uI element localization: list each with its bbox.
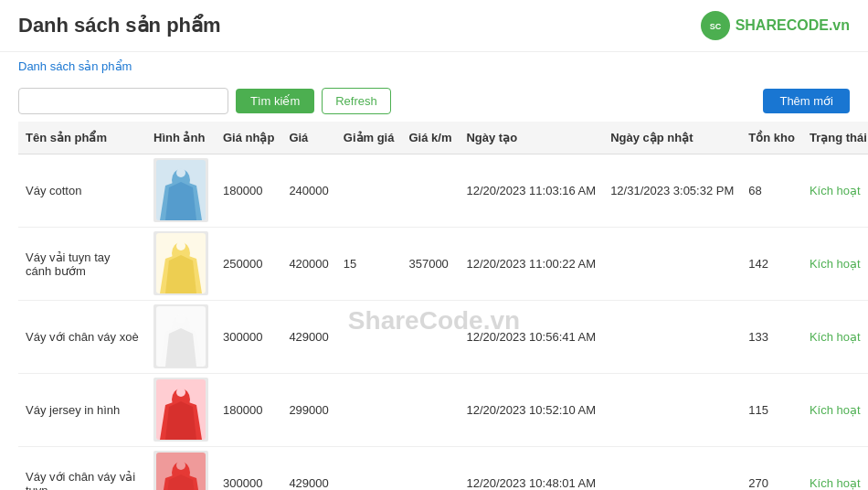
table-row: Váy jersey in hình 180000 299000 12/20/2… — [18, 374, 868, 447]
cell-discount: 15 — [336, 228, 402, 301]
cell-image — [146, 154, 216, 228]
svg-marker-17 — [165, 255, 196, 293]
cell-stock: 68 — [741, 154, 802, 228]
cell-discount — [336, 447, 402, 491]
cell-updated — [603, 374, 741, 447]
cell-price: 240000 — [281, 154, 335, 228]
cell-image — [146, 301, 216, 374]
cell-name: Váy với chân váy xoè — [18, 301, 146, 374]
logo-svg: SC — [705, 16, 725, 36]
product-image — [153, 158, 208, 222]
product-table: Tên sản phẩm Hình ảnh Giá nhập Giá Giảm … — [18, 122, 868, 490]
cell-name: Váy cotton — [18, 154, 146, 228]
breadcrumb-link[interactable]: Danh sách sản phẩm — [18, 59, 132, 73]
cell-discount — [336, 301, 402, 374]
cell-status: Kích hoạt — [802, 154, 868, 228]
cell-created: 12/20/2023 10:56:41 AM — [459, 301, 603, 374]
svg-marker-5 — [165, 182, 196, 220]
cell-name: Váy vải tuyn tay cánh bướm — [18, 228, 146, 301]
dress-icon — [156, 306, 206, 367]
cell-purchase-price: 300000 — [216, 301, 281, 374]
cell-created: 12/20/2023 10:52:10 AM — [459, 374, 603, 447]
col-created: Ngày tạo — [459, 122, 603, 154]
col-purchase-price: Giá nhập — [216, 122, 281, 154]
cell-updated — [603, 301, 741, 374]
cell-purchase-price: 300000 — [216, 447, 281, 491]
cell-status: Kích hoạt — [802, 447, 868, 491]
table-row: Váy với chân váy vải tuyn 300000 429000 … — [18, 447, 868, 491]
table-body: Váy cotton 180000 240000 12/20/2023 11:0… — [18, 154, 868, 491]
breadcrumb: Danh sách sản phẩm — [0, 52, 868, 80]
cell-name: Váy với chân váy vải tuyn — [18, 447, 146, 491]
cell-stock: 270 — [741, 447, 802, 491]
cell-image — [146, 228, 216, 301]
table-header: Tên sản phẩm Hình ảnh Giá nhập Giá Giảm … — [18, 122, 868, 154]
cell-promo-price — [401, 447, 459, 491]
cell-purchase-price: 180000 — [216, 374, 281, 447]
cell-discount — [336, 374, 402, 447]
product-image — [153, 231, 208, 295]
cell-updated — [603, 447, 741, 491]
svg-point-54 — [176, 461, 185, 470]
cell-name: Váy jersey in hình — [18, 374, 146, 447]
add-button[interactable]: Thêm mới — [763, 89, 850, 113]
cell-promo-price — [401, 374, 459, 447]
col-status: Trạng thái — [802, 122, 868, 154]
col-updated: Ngày cập nhật — [603, 122, 741, 154]
svg-marker-41 — [165, 401, 196, 440]
cell-created: 12/20/2023 11:03:16 AM — [459, 154, 603, 228]
search-input[interactable] — [18, 88, 228, 114]
logo: SC SHARECODE.vn — [701, 11, 850, 40]
col-stock: Tồn kho — [741, 122, 802, 154]
cell-promo-price — [401, 301, 459, 374]
dress-icon — [156, 379, 206, 440]
col-discount: Giảm giá — [336, 122, 402, 154]
cell-status: Kích hoạt — [802, 228, 868, 301]
search-button[interactable]: Tìm kiếm — [236, 89, 314, 113]
svg-point-42 — [176, 388, 185, 397]
svg-point-18 — [176, 241, 185, 250]
product-image — [153, 451, 208, 490]
col-promo-price: Giá k/m — [401, 122, 459, 154]
cell-promo-price: 357000 — [401, 228, 459, 301]
logo-prefix: SHARE — [736, 17, 787, 33]
cell-purchase-price: 180000 — [216, 154, 281, 228]
cell-status: Kích hoạt — [802, 374, 868, 447]
cell-price: 299000 — [281, 374, 335, 447]
cell-stock: 115 — [741, 374, 802, 447]
cell-image — [146, 374, 216, 447]
svg-point-6 — [176, 168, 185, 177]
cell-promo-price — [401, 154, 459, 228]
col-price: Giá — [281, 122, 335, 154]
product-image — [153, 378, 208, 442]
product-image — [153, 304, 208, 368]
cell-price: 420000 — [281, 228, 335, 301]
table-wrapper: ShareCode.vn Tên sản phẩm Hình ảnh Giá n… — [0, 122, 868, 490]
refresh-button[interactable]: Refresh — [322, 88, 391, 114]
cell-status: Kích hoạt — [802, 301, 868, 374]
cell-price: 429000 — [281, 301, 335, 374]
col-name: Tên sản phẩm — [18, 122, 146, 154]
svg-point-30 — [176, 314, 185, 324]
logo-text: SHARECODE.vn — [736, 17, 850, 34]
dress-icon — [156, 160, 206, 220]
cell-stock: 142 — [741, 228, 802, 301]
svg-marker-29 — [165, 328, 196, 367]
page-header: Danh sách sản phẩm SC SHARECODE.vn — [0, 0, 868, 52]
cell-created: 12/20/2023 10:48:01 AM — [459, 447, 603, 491]
dress-icon — [156, 453, 206, 490]
table-row: Váy cotton 180000 240000 12/20/2023 11:0… — [18, 154, 868, 228]
cell-stock: 133 — [741, 301, 802, 374]
svg-text:SC: SC — [709, 22, 721, 31]
page-title: Danh sách sản phẩm — [18, 14, 221, 37]
cell-updated: 12/31/2023 3:05:32 PM — [603, 154, 741, 228]
logo-suffix: CODE.vn — [787, 17, 850, 33]
toolbar: Tìm kiếm Refresh Thêm mới — [0, 80, 868, 122]
toolbar-right: Thêm mới — [763, 89, 850, 113]
cell-purchase-price: 250000 — [216, 228, 281, 301]
table-row: Váy vải tuyn tay cánh bướm 250000 420000… — [18, 228, 868, 301]
cell-image — [146, 447, 216, 491]
cell-discount — [336, 154, 402, 228]
cell-price: 429000 — [281, 447, 335, 491]
cell-updated — [603, 228, 741, 301]
